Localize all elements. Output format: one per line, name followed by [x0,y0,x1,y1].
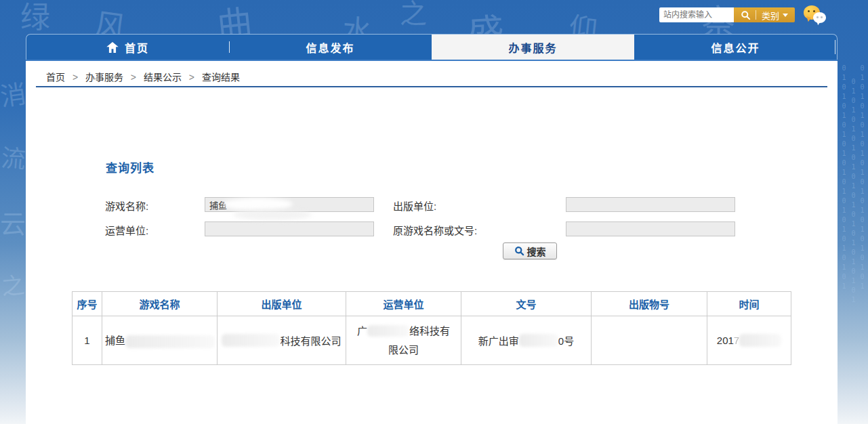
main-nav: 首页 信息发布 办事服务 信息公开 [26,34,838,60]
breadcrumb-services[interactable]: 办事服务 [85,72,123,83]
operator-input[interactable] [205,221,374,236]
nav-separator [835,40,835,54]
category-dropdown[interactable]: 类别 [759,9,791,22]
game-name-label: 游戏名称: [105,198,148,213]
nav-tab-label: 信息公开 [711,39,760,56]
site-search-input[interactable] [659,7,734,22]
site-search-bar: 类别 [659,7,795,22]
cell-operator: 广络科技有 限公司 [346,316,461,365]
header-publication-no: 出版物号 [592,292,707,316]
original-or-doc-input[interactable] [566,221,735,236]
category-label: 类别 [762,9,779,22]
table-row: 1 捕鱼 科技有限公司 广络科技有 限公 [73,316,791,365]
search-icon[interactable] [738,7,753,22]
breadcrumb: 首页 > 办事服务 > 结果公示 > 查询结果 [46,70,240,83]
original-or-doc-label: 原游戏名称或文号: [393,223,477,237]
header-doc-no: 文号 [461,292,592,316]
content-panel: 首页 > 办事服务 > 结果公示 > 查询结果 查询列表 游戏名称: 出版单位:… [26,61,838,424]
breadcrumb-separator: > [73,72,78,83]
operator-label: 运营单位: [105,223,148,237]
watermark-glyph: 流 [0,138,27,175]
cell-no: 1 [73,316,102,365]
nav-tab-disclosure[interactable]: 信息公开 [634,35,837,60]
operator-visible: 络科技有 [409,322,450,341]
binary-pattern: 010101010101010101010101 [840,64,848,247]
redaction-smudge [739,334,781,347]
publisher-label: 出版单位: [393,198,436,213]
publisher-visible: 科技有限公司 [280,333,341,347]
cell-game-name: 捕鱼 [102,316,218,365]
watermark-glyph: 绿 [20,0,50,37]
wechat-icon[interactable] [804,4,829,27]
cell-doc-no: 新广出审0号 [461,316,592,365]
redaction-smudge [367,325,409,337]
doc-no-visible: 0号 [558,333,574,347]
header-publisher: 出版单位 [218,292,346,316]
watermark-glyph: 之 [400,0,427,31]
breadcrumb-separator: > [131,72,136,83]
game-name-input[interactable] [205,197,374,212]
binary-pattern: 010101010101010101010101 [850,78,857,247]
header-no: 序号 [73,292,102,316]
nav-tab-news[interactable]: 信息发布 [229,35,432,60]
cell-publisher: 科技有限公司 [218,316,346,365]
nav-tab-label: 办事服务 [508,39,557,56]
redaction-smudge [125,335,215,348]
nav-separator [229,41,230,53]
binary-pattern: 010101010101010101010101 [859,64,866,247]
page-background: 曲 水 之 盛 仰 察 风 绿 消 流 云 之 0101010101010101… [0,0,868,424]
wechat-bubble-white [813,12,826,23]
breadcrumb-results[interactable]: 结果公示 [144,72,182,83]
watermark-glyph: 消 [0,73,28,114]
results-table: 序号 游戏名称 出版单位 运营单位 文号 出版物号 时间 1 捕鱼 [72,291,791,365]
breadcrumb-home[interactable]: 首页 [46,72,65,83]
doc-no-visible: 新广出审 [478,333,519,347]
home-icon [106,42,119,53]
nav-tab-services[interactable]: 办事服务 [432,35,634,60]
nav-tab-home[interactable]: 首页 [26,35,229,60]
divider [756,10,756,20]
search-button[interactable]: 搜索 [503,242,557,259]
page-title: 查询列表 [106,158,154,175]
date-visible: 201 [717,335,734,346]
breadcrumb-separator: > [189,72,194,83]
game-name-visible: 捕鱼 [105,335,125,346]
breadcrumb-current: 查询结果 [202,72,240,83]
header-game-name: 游戏名称 [102,292,218,316]
caret-down-icon [783,14,788,17]
operator-visible: 限公司 [388,341,419,360]
cell-publication-no [592,316,707,365]
cell-date: 2017 [707,316,791,365]
operator-visible: 广 [357,322,367,341]
search-button-label: 搜索 [527,245,546,258]
nav-tab-label: 信息发布 [306,39,354,56]
nav-tab-label: 首页 [125,39,149,56]
watermark-glyph: 之 [0,267,26,302]
site-search-controls: 类别 [734,7,795,22]
header-date: 时间 [707,292,791,316]
redaction-smudge [519,334,558,347]
redaction-smudge [222,334,280,347]
table-header-row: 序号 游戏名称 出版单位 运营单位 文号 出版物号 时间 [73,292,791,316]
header-operator: 运营单位 [346,292,461,316]
date-faded: 7 [734,335,739,346]
breadcrumb-divider [36,86,827,87]
publisher-input[interactable] [566,197,735,212]
watermark-glyph: 云 [0,203,26,240]
